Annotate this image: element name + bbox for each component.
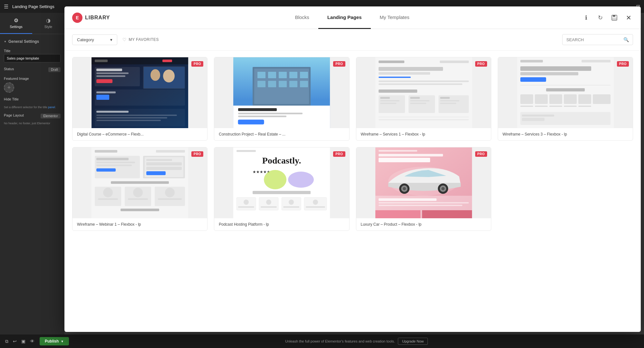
svg-rect-54 xyxy=(380,100,399,101)
svg-rect-120 xyxy=(253,191,311,194)
svg-rect-129 xyxy=(238,206,254,208)
info-icon[interactable]: ℹ xyxy=(582,13,591,22)
modal-header: E LIBRARY Blocks Landing Pages My Templa… xyxy=(64,6,641,29)
svg-rect-39 xyxy=(238,113,303,114)
svg-rect-45 xyxy=(440,61,469,63)
search-input[interactable] xyxy=(566,37,621,42)
svg-rect-112 xyxy=(120,209,159,211)
svg-point-126 xyxy=(266,200,271,205)
template-card[interactable]: PRO Construction Project – Real Estate –… xyxy=(214,57,349,141)
sidebar-tab-settings[interactable]: ⚙ Settings xyxy=(0,13,32,34)
svg-rect-77 xyxy=(564,94,577,104)
svg-rect-83 xyxy=(564,106,577,107)
layers-icon[interactable]: ⧉ xyxy=(5,339,8,344)
svg-rect-132 xyxy=(306,206,325,208)
pro-badge: PRO xyxy=(475,151,487,157)
svg-rect-147 xyxy=(379,205,462,206)
svg-rect-146 xyxy=(379,202,469,203)
heart-icon: ♡ xyxy=(122,37,127,42)
template-thumbnail: PRO xyxy=(356,147,491,218)
svg-rect-44 xyxy=(379,61,404,63)
title-label: Title xyxy=(4,49,61,53)
svg-rect-68 xyxy=(582,60,610,62)
page-layout-field: Page Layout Elementor xyxy=(0,111,64,120)
library-logo: E LIBRARY xyxy=(72,13,110,23)
svg-point-107 xyxy=(133,188,143,197)
publish-button[interactable]: Publish ▼ xyxy=(40,337,69,345)
featured-image-add[interactable]: + xyxy=(4,82,14,93)
svg-rect-86 xyxy=(522,115,554,117)
template-info: Construction Project – Real Estate – ... xyxy=(214,128,349,140)
svg-rect-51 xyxy=(379,89,417,93)
svg-rect-64 xyxy=(379,117,469,117)
tab-blocks[interactable]: Blocks xyxy=(286,6,318,29)
pro-badge: PRO xyxy=(617,61,629,67)
status-field: Status Draft xyxy=(0,65,64,74)
modal-toolbar: Category ▾ ♡ MY FAVORITES 🔍 xyxy=(64,29,641,51)
template-card[interactable]: PRO Digital Course – eCommerce – Flexb..… xyxy=(72,57,207,141)
template-thumbnail: PRO xyxy=(498,57,633,128)
template-name: Digital Course – eCommerce – Flexb... xyxy=(77,132,203,136)
svg-point-127 xyxy=(289,200,294,205)
svg-rect-69 xyxy=(520,66,591,71)
svg-point-140 xyxy=(403,187,406,190)
svg-rect-79 xyxy=(593,94,610,104)
svg-text:Podcastly.: Podcastly. xyxy=(262,155,301,165)
save-icon[interactable] xyxy=(610,13,619,22)
svg-point-143 xyxy=(441,187,445,190)
svg-rect-36 xyxy=(300,81,308,87)
template-card[interactable]: PRO Wireframe – Services 1 – Flexbox - l… xyxy=(356,57,491,141)
refresh-icon[interactable]: ↻ xyxy=(596,13,605,22)
modal-tabs: Blocks Landing Pages My Templates xyxy=(123,6,582,29)
general-settings-section: General Settings xyxy=(0,34,64,46)
template-card[interactable]: Podcastly. ★★★★★ xyxy=(214,147,349,231)
svg-rect-134 xyxy=(379,150,417,152)
bottom-icons: ⧉ ↩ ▣ 👁 xyxy=(5,339,34,344)
svg-rect-30 xyxy=(289,72,297,78)
template-card[interactable]: PRO Wireframe – Webinar 1 – Flexbox - lp xyxy=(72,147,207,231)
svg-rect-1 xyxy=(613,15,615,17)
svg-rect-31 xyxy=(300,72,308,78)
svg-rect-6 xyxy=(162,60,172,62)
svg-rect-70 xyxy=(520,72,578,75)
svg-rect-82 xyxy=(549,106,562,107)
favorites-button[interactable]: ♡ MY FAVORITES xyxy=(122,37,159,42)
template-card[interactable]: PRO Wireframe – Services 3 – Flexbox - l… xyxy=(498,57,633,141)
pro-badge: PRO xyxy=(475,61,487,67)
svg-rect-136 xyxy=(379,158,430,162)
svg-rect-76 xyxy=(549,94,562,104)
tab-landing-pages[interactable]: Landing Pages xyxy=(318,6,371,29)
sidebar-tab-style[interactable]: ◑ Style xyxy=(32,13,64,34)
template-card[interactable]: PRO Luxury Car – Product – Flexbox - lp xyxy=(356,147,491,231)
pro-badge: PRO xyxy=(191,151,203,157)
svg-rect-34 xyxy=(279,81,287,87)
hamburger-icon[interactable]: ☰ xyxy=(4,4,8,10)
template-thumbnail: PRO xyxy=(72,147,207,218)
template-name: Construction Project – Real Estate – ... xyxy=(219,132,344,136)
title-value[interactable]: Sales page template xyxy=(4,54,61,62)
svg-rect-80 xyxy=(520,106,533,107)
bottom-promo: Unleash the full power of Elementor's fe… xyxy=(74,338,639,345)
upgrade-button[interactable]: Upgrade Now xyxy=(398,338,428,345)
hide-title-note: Set a different selector for the title p… xyxy=(0,104,64,111)
svg-rect-55 xyxy=(380,103,396,104)
pro-badge: PRO xyxy=(333,151,345,157)
svg-point-104 xyxy=(103,188,113,197)
template-info: Luxury Car – Product – Flexbox - lp xyxy=(356,218,491,230)
svg-point-128 xyxy=(313,200,318,205)
svg-rect-47 xyxy=(379,72,430,75)
svg-rect-59 xyxy=(410,103,426,104)
category-dropdown[interactable]: Category ▾ xyxy=(72,34,117,45)
svg-rect-23 xyxy=(96,120,161,121)
svg-rect-73 xyxy=(546,88,585,91)
tab-my-templates[interactable]: My Templates xyxy=(371,6,418,29)
svg-rect-98 xyxy=(146,159,172,161)
responsive-icon[interactable]: ▣ xyxy=(21,339,25,344)
featured-image-field: Featured Image + xyxy=(0,74,64,95)
history-icon[interactable]: ↩ xyxy=(13,339,17,344)
close-icon[interactable]: ✕ xyxy=(624,13,633,22)
svg-rect-58 xyxy=(410,100,429,101)
search-icon[interactable]: 🔍 xyxy=(623,37,629,42)
preview-icon[interactable]: 👁 xyxy=(30,339,34,344)
panel-link[interactable]: panel xyxy=(48,106,55,109)
